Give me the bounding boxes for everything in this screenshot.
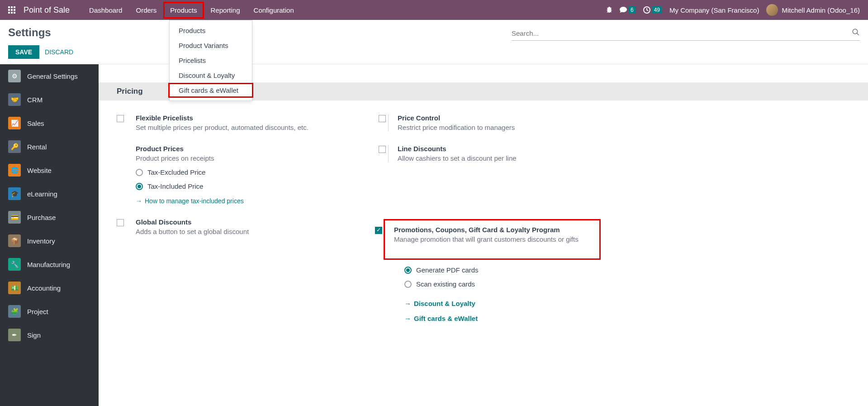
sidebar-item-label: Accounting (27, 284, 61, 292)
radio-generate-pdf[interactable]: Generate PDF cards (404, 266, 650, 274)
activities-count: 49 (652, 6, 662, 14)
nav-products[interactable]: Products (163, 2, 204, 19)
dropdown-product-variants[interactable]: Product Variants (170, 38, 252, 53)
sidebar-item-label: Purchase (27, 214, 56, 221)
bug-icon[interactable] (606, 6, 612, 14)
arrow-right-icon: → (136, 197, 142, 205)
nav-dashboard[interactable]: Dashboard (82, 2, 129, 19)
content-scroll[interactable]: Pricing Flexible Pricelists Set multiple… (99, 64, 868, 406)
setting-promotions: Promotions, Coupons, Gift Card & Loyalty… (387, 226, 598, 243)
link-discount-loyalty[interactable]: → Discount & Loyalty (404, 300, 650, 307)
nav-configuration[interactable]: Configuration (247, 2, 301, 19)
svg-point-10 (853, 29, 858, 34)
svg-rect-6 (8, 12, 10, 14)
sidebar-item-website[interactable]: 🌐Website (0, 158, 99, 182)
sidebar-item-crm[interactable]: 🤝CRM (0, 88, 99, 111)
link-label: Gift cards & eWallet (414, 315, 478, 322)
setting-title: Product Prices (136, 145, 379, 153)
money-icon: 💵 (8, 282, 21, 294)
setting-title: Flexible Pricelists (136, 114, 379, 122)
brand-title[interactable]: Point of Sale (24, 5, 70, 15)
link-tax-included-help[interactable]: → How to manage tax-included prices (136, 197, 379, 205)
boxes-icon: 📦 (8, 234, 21, 247)
activities-badge[interactable]: 49 (643, 6, 662, 14)
chat-icon (620, 6, 627, 14)
search-icon[interactable] (852, 28, 860, 38)
sidebar-item-label: General Settings (27, 72, 78, 80)
sidebar-item-project[interactable]: 🧩Project (0, 300, 99, 323)
sidebar-item-manufacturing[interactable]: 🔧Manufacturing (0, 253, 99, 276)
save-button[interactable]: SAVE (8, 45, 39, 59)
wrench-icon: 🔧 (8, 258, 21, 271)
setting-global-discounts: Global Discounts Adds a button to set a … (117, 218, 379, 235)
dropdown-discount-loyalty[interactable]: Discount & Loyalty (170, 68, 252, 83)
radio-tax-included[interactable]: Tax-Included Price (136, 182, 379, 190)
checkbox-global-discounts[interactable] (117, 219, 124, 226)
dropdown-gift-cards-ewallet[interactable]: Gift cards & eWallet (168, 83, 253, 98)
sidebar-item-purchase[interactable]: 💳Purchase (0, 205, 99, 229)
sidebar-item-label: Manufacturing (27, 261, 70, 268)
sidebar-item-accounting[interactable]: 💵Accounting (0, 276, 99, 300)
setting-line-discounts: Line Discounts Allow cashiers to set a d… (388, 145, 650, 162)
setting-desc: Product prices on receipts (136, 154, 379, 162)
puzzle-icon: 🧩 (8, 305, 21, 318)
key-icon: 🔑 (8, 140, 21, 153)
user-menu[interactable]: Mitchell Admin (Odoo_16) (766, 4, 860, 16)
arrow-right-icon: → (404, 315, 411, 322)
sidebar-item-sales[interactable]: 📈Sales (0, 111, 99, 135)
sidebar-item-sign[interactable]: ✒Sign (0, 323, 99, 347)
sidebar-item-label: Inventory (27, 237, 55, 245)
search-input[interactable] (512, 29, 852, 37)
link-gift-cards-ewallet[interactable]: → Gift cards & eWallet (404, 315, 650, 322)
svg-rect-7 (11, 12, 13, 14)
messages-badge[interactable]: 6 (620, 6, 636, 14)
sidebar-item-rental[interactable]: 🔑Rental (0, 135, 99, 158)
sidebar-item-label: CRM (27, 96, 43, 104)
checkbox-promotions[interactable] (375, 227, 382, 234)
sidebar-item-label: Rental (27, 143, 47, 151)
checkbox-price-control[interactable] (379, 115, 386, 122)
dropdown-products[interactable]: Products (170, 23, 252, 38)
checkbox-line-discounts[interactable] (379, 146, 386, 153)
company-selector[interactable]: My Company (San Francisco) (669, 6, 759, 14)
radio-icon (404, 267, 412, 274)
setting-desc: Manage promotion that will grant custome… (394, 235, 598, 243)
searchbar (512, 26, 860, 41)
radio-label: Tax-Included Price (147, 182, 203, 190)
settings-sidebar: ⚙General Settings 🤝CRM 📈Sales 🔑Rental 🌐W… (0, 64, 99, 406)
radio-icon (136, 169, 143, 176)
sidebar-item-inventory[interactable]: 📦Inventory (0, 229, 99, 253)
page-title: Settings (8, 26, 73, 39)
sidebar-item-label: Project (27, 308, 48, 315)
setting-desc: Adds a button to set a global discount (136, 228, 379, 235)
gear-icon: ⚙ (8, 70, 21, 82)
setting-desc: Allow cashiers to set a discount per lin… (398, 154, 650, 162)
setting-title: Price Control (398, 114, 650, 122)
radio-tax-excluded[interactable]: Tax-Excluded Price (136, 168, 379, 176)
sidebar-item-elearning[interactable]: 🎓eLearning (0, 182, 99, 205)
discard-button[interactable]: DISCARD (45, 45, 73, 59)
chart-icon: 📈 (8, 117, 21, 129)
link-label: Discount & Loyalty (414, 300, 475, 307)
arrow-right-icon: → (404, 300, 411, 307)
control-bar: Settings SAVE DISCARD (0, 20, 868, 64)
dropdown-pricelists[interactable]: Pricelists (170, 53, 252, 68)
setting-flexible-pricelists: Flexible Pricelists Set multiple prices … (117, 114, 379, 131)
sidebar-item-label: Website (27, 167, 52, 174)
globe-icon: 🌐 (8, 164, 21, 177)
radio-scan-cards[interactable]: Scan existing cards (404, 280, 650, 288)
svg-rect-5 (14, 9, 15, 11)
svg-rect-4 (11, 9, 13, 11)
link-label: How to manage tax-included prices (145, 197, 244, 205)
messages-count: 6 (628, 6, 636, 14)
nav-reporting[interactable]: Reporting (204, 2, 247, 19)
nav-orders[interactable]: Orders (129, 2, 163, 19)
radio-label: Scan existing cards (416, 280, 475, 288)
navbar: Point of Sale Dashboard Orders Products … (0, 0, 868, 20)
checkbox-flexible-pricelists[interactable] (117, 115, 124, 122)
apps-icon[interactable] (8, 6, 15, 14)
setting-title: Line Discounts (398, 145, 650, 153)
setting-desc: Set multiple prices per product, automat… (136, 124, 379, 131)
sidebar-item-general-settings[interactable]: ⚙General Settings (0, 64, 99, 88)
user-name: Mitchell Admin (Odoo_16) (782, 6, 860, 14)
